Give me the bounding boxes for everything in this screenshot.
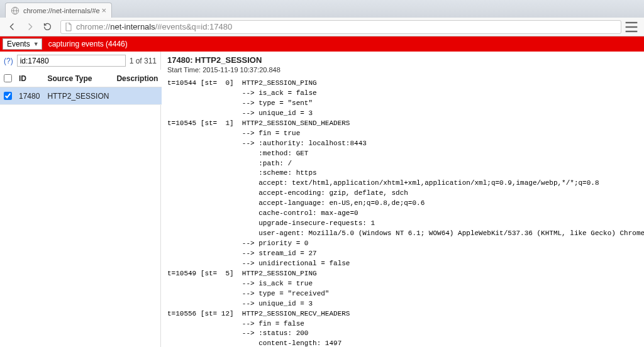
menu-button[interactable]: [623, 19, 640, 35]
chevron-down-icon: ▼: [33, 41, 39, 47]
url-scheme: chrome://: [76, 22, 110, 31]
table-row[interactable]: 17480 HTTP2_SESSION: [0, 87, 162, 105]
globe-icon: [11, 6, 19, 15]
col-source-type[interactable]: Source Type: [43, 70, 113, 87]
filter-row: (?) 1 of 311: [0, 52, 160, 70]
events-table: ID Source Type Description 17480 HTTP2_S…: [0, 70, 162, 105]
section-dropdown[interactable]: Events ▼: [3, 38, 42, 50]
row-source-type: HTTP2_SESSION: [43, 87, 113, 105]
events-list-panel: (?) 1 of 311 ID Source Type Description …: [0, 52, 161, 347]
filter-help-link[interactable]: (?): [4, 57, 13, 65]
url-host: net-internals: [110, 22, 155, 31]
row-description: [113, 87, 162, 105]
back-button[interactable]: [4, 19, 20, 35]
app-bar: Events ▼ capturing events (4446): [0, 36, 644, 52]
section-dropdown-label: Events: [7, 40, 30, 48]
file-icon: [65, 23, 72, 31]
browser-tabstrip: chrome://net-internals/#e ×: [0, 0, 644, 18]
result-count: 1 of 311: [130, 57, 157, 65]
filter-input[interactable]: [17, 55, 126, 67]
row-checkbox[interactable]: [4, 92, 12, 100]
detail-start-time: Start Time: 2015-11-19 10:37:20.848: [167, 66, 638, 74]
url-path: /#events&q=id:17480: [155, 22, 233, 31]
browser-toolbar: chrome://net-internals/#events&q=id:1748…: [0, 18, 644, 36]
row-id: 17480: [15, 87, 43, 105]
capture-status: capturing events (4446): [48, 40, 128, 48]
close-icon[interactable]: ×: [101, 6, 106, 14]
detail-log: t=10544 [st= 0] HTTP2_SESSION_PING --> i…: [167, 79, 638, 347]
col-id[interactable]: ID: [15, 70, 43, 87]
tab-title: chrome://net-internals/#e: [23, 7, 100, 14]
address-bar[interactable]: chrome://net-internals/#events&q=id:1748…: [60, 20, 621, 34]
detail-title: 17480: HTTP2_SESSION: [167, 55, 638, 65]
forward-button[interactable]: [21, 19, 38, 35]
event-detail-panel: 17480: HTTP2_SESSION Start Time: 2015-11…: [161, 52, 644, 347]
reload-button[interactable]: [39, 19, 55, 35]
browser-tab[interactable]: chrome://net-internals/#e ×: [5, 3, 112, 18]
col-description[interactable]: Description: [113, 70, 162, 87]
select-all-checkbox[interactable]: [4, 74, 12, 82]
